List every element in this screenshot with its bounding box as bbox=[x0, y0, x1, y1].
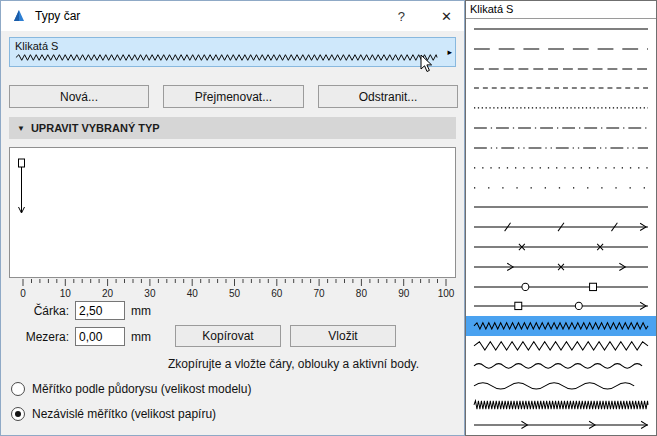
preview-panel-header: Klikatá S bbox=[466, 1, 656, 19]
copy-button[interactable]: Kopírovat bbox=[175, 325, 281, 347]
line-pattern-marks-x bbox=[472, 237, 650, 257]
line-type-list bbox=[466, 19, 656, 435]
titlebar[interactable]: Typy čar ? ✕ bbox=[1, 1, 464, 31]
line-pattern-sparse-dots bbox=[472, 158, 650, 178]
ruler-label: 30 bbox=[144, 288, 156, 299]
scale-paper-radio[interactable]: Nezávislé měřítko (velikost papíru) bbox=[11, 407, 216, 421]
ruler-label: 100 bbox=[438, 288, 455, 299]
new-button[interactable]: Nová... bbox=[9, 85, 149, 108]
line-pattern-zigzag-s bbox=[472, 316, 650, 336]
line-type-row[interactable] bbox=[466, 415, 656, 435]
line-pattern-marks-arrow bbox=[472, 415, 650, 435]
line-pattern-triangle-wave bbox=[472, 336, 650, 356]
line-type-row[interactable] bbox=[466, 395, 656, 415]
help-button[interactable]: ? bbox=[398, 9, 405, 24]
copy-paste-hint: Zkopírujte a vložte čáry, oblouky a akti… bbox=[131, 357, 456, 371]
rename-button[interactable]: Přejmenovat... bbox=[163, 85, 304, 108]
dash-segment-handle[interactable] bbox=[16, 158, 28, 220]
line-type-row[interactable] bbox=[466, 178, 656, 198]
app: Typy čar ? ✕ Klikatá S ▸ Nová... Přejmen… bbox=[0, 0, 657, 436]
radio-checked-icon bbox=[11, 407, 25, 421]
line-types-dialog: Typy čar ? ✕ Klikatá S ▸ Nová... Přejmen… bbox=[0, 0, 465, 436]
ruler-label: 80 bbox=[356, 288, 368, 299]
line-type-row[interactable] bbox=[466, 138, 656, 158]
line-pattern-solid bbox=[472, 197, 650, 217]
line-pattern-sine-wave bbox=[472, 356, 650, 376]
ruler: 0102030405060708090100 bbox=[9, 278, 456, 300]
line-type-row[interactable] bbox=[466, 296, 656, 316]
line-type-row[interactable] bbox=[466, 59, 656, 79]
line-pattern-marks-x-arrow bbox=[472, 257, 650, 277]
line-type-row[interactable] bbox=[466, 118, 656, 138]
ruler-label: 50 bbox=[229, 288, 241, 299]
line-type-row[interactable] bbox=[466, 356, 656, 376]
ruler-label: 20 bbox=[102, 288, 114, 299]
line-pattern-sine-wave-large bbox=[472, 376, 650, 396]
line-pattern-short-dash bbox=[472, 78, 650, 98]
collapse-arrow-icon: ▼ bbox=[17, 124, 25, 133]
selected-line-preview bbox=[14, 51, 439, 64]
line-edit-canvas[interactable] bbox=[9, 147, 456, 278]
line-type-selector[interactable]: Klikatá S ▸ bbox=[9, 37, 456, 67]
line-type-row[interactable] bbox=[466, 39, 656, 59]
line-pattern-marks-slash bbox=[472, 217, 650, 237]
line-type-row[interactable] bbox=[466, 257, 656, 277]
mouse-cursor bbox=[420, 54, 434, 74]
line-pattern-dashed bbox=[472, 59, 650, 79]
gap-length-label: Mezera: bbox=[7, 330, 69, 344]
line-pattern-dash-dot bbox=[472, 118, 650, 138]
line-pattern-dense-zigzag bbox=[472, 395, 650, 415]
delete-button[interactable]: Odstranit... bbox=[318, 85, 458, 108]
line-type-row[interactable] bbox=[466, 277, 656, 297]
dash-unit-label: mm bbox=[131, 304, 151, 318]
dash-length-input[interactable] bbox=[75, 301, 125, 320]
line-pattern-dotted bbox=[472, 98, 650, 118]
paste-button[interactable]: Vložit bbox=[290, 325, 396, 347]
gap-length-input[interactable] bbox=[75, 327, 125, 346]
scale-paper-label: Nezávislé měřítko (velikost papíru) bbox=[32, 407, 216, 421]
line-type-row[interactable] bbox=[466, 376, 656, 396]
popup-arrow-icon: ▸ bbox=[447, 47, 452, 57]
ruler-label: 0 bbox=[20, 288, 26, 299]
scale-model-label: Měřítko podle půdorysu (velikost modelu) bbox=[32, 382, 251, 396]
edit-section-title: UPRAVIT VYBRANÝ TYP bbox=[31, 122, 160, 134]
window-title: Typy čar bbox=[35, 9, 398, 23]
line-pattern-long-dash bbox=[472, 39, 650, 59]
radio-icon bbox=[11, 382, 25, 396]
close-button[interactable]: ✕ bbox=[441, 9, 452, 24]
ruler-label: 10 bbox=[60, 288, 72, 299]
ruler-label: 60 bbox=[271, 288, 283, 299]
ruler-label: 40 bbox=[187, 288, 199, 299]
app-icon bbox=[11, 8, 27, 24]
line-type-row[interactable] bbox=[466, 217, 656, 237]
gap-unit-label: mm bbox=[131, 330, 151, 344]
line-type-row[interactable] bbox=[466, 336, 656, 356]
line-pattern-marks-circle-square-2 bbox=[472, 296, 650, 316]
line-pattern-dash-dot-dot bbox=[472, 138, 650, 158]
line-type-row[interactable] bbox=[466, 158, 656, 178]
line-pattern-marks-circle-square bbox=[472, 277, 650, 297]
scale-model-radio[interactable]: Měřítko podle půdorysu (velikost modelu) bbox=[11, 382, 251, 396]
line-pattern-solid bbox=[472, 19, 650, 39]
edit-section-header[interactable]: ▼ UPRAVIT VYBRANÝ TYP bbox=[9, 117, 456, 139]
line-type-row[interactable] bbox=[466, 98, 656, 118]
line-type-preview-panel: Klikatá S bbox=[465, 0, 657, 436]
ruler-label: 90 bbox=[398, 288, 410, 299]
line-type-row[interactable] bbox=[466, 19, 656, 39]
line-type-row[interactable] bbox=[466, 197, 656, 217]
line-type-row[interactable] bbox=[466, 316, 656, 336]
line-type-row[interactable] bbox=[466, 78, 656, 98]
line-type-row[interactable] bbox=[466, 237, 656, 257]
dash-length-label: Čárka: bbox=[7, 304, 69, 318]
ruler-label: 70 bbox=[314, 288, 326, 299]
line-pattern-very-sparse-dots bbox=[472, 178, 650, 198]
